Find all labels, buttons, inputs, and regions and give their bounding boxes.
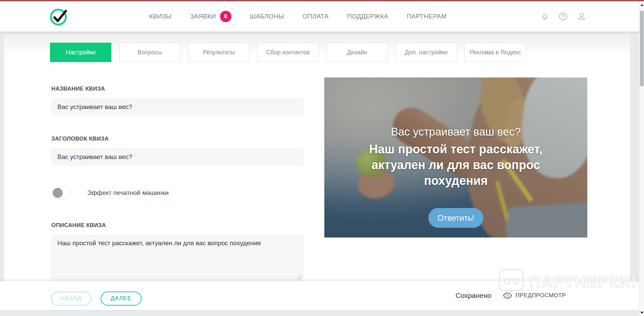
bottom-strip: [0, 310, 639, 316]
user-icon[interactable]: [577, 12, 586, 21]
typewriter-toggle-label: Эффект печатной машинки: [87, 189, 169, 197]
typewriter-toggle-row: Эффект печатной машинки: [51, 187, 304, 199]
quiz-description-textarea[interactable]: Наш простой тест расскажет, актуален ли …: [51, 235, 304, 282]
main-area: Настройки Вопросы Результаты Сбор контак…: [0, 32, 639, 316]
nav-label: ПОДДЕРЖКА: [347, 13, 388, 20]
preview-quiz-title: Вас устраивает ваш вес?: [324, 125, 587, 138]
nav-item-leads[interactable]: ЗАЯВКИ 0: [190, 11, 231, 22]
preview-link[interactable]: ПРЕДПРОСМОТР: [503, 292, 566, 299]
tab-results[interactable]: Результаты: [188, 43, 250, 62]
window-top-line: [0, 0, 644, 1]
app-logo-icon[interactable]: [49, 7, 68, 26]
nav-item-partners[interactable]: ПАРТНЕРАМ: [407, 13, 447, 20]
back-button[interactable]: НАЗАД: [51, 292, 91, 306]
quiz-title-label: ЗАГОЛОВОК КВИЗА: [51, 136, 304, 142]
nav-item-templates[interactable]: ШАБЛОНЫ: [250, 13, 284, 20]
preview-link-label: ПРЕДПРОСМОТР: [516, 292, 566, 299]
settings-form: НАЗВАНИЕ КВИЗА ЗАГОЛОВОК КВИЗА Эффект пе…: [51, 86, 304, 282]
nav-item-quizzes[interactable]: КВИЗЫ: [149, 13, 172, 20]
quiz-builder-page: КВИЗЫ ЗАЯВКИ 0 ШАБЛОНЫ ОПЛАТА ПОДДЕРЖКА …: [0, 0, 644, 316]
quiz-title-input[interactable]: [51, 148, 304, 166]
eye-icon: [503, 293, 512, 299]
nav-label: ОПЛАТА: [303, 13, 329, 20]
nav-label: КВИЗЫ: [149, 13, 172, 20]
nav-label: ПАРТНЕРАМ: [407, 13, 447, 20]
leads-count-badge: 0: [220, 11, 231, 22]
quiz-preview-card: Вас устраивает ваш вес? Наш простой тест…: [324, 77, 587, 238]
content-sheet: Настройки Вопросы Результаты Сбор контак…: [4, 32, 630, 281]
nav-item-support[interactable]: ПОДДЕРЖКА: [347, 13, 388, 20]
tab-yandex-ads[interactable]: Реклама в Яндекс: [465, 43, 526, 62]
preview-answer-button[interactable]: Ответить!: [428, 208, 483, 228]
quiz-name-input[interactable]: [51, 98, 304, 116]
scrollbar-up-arrow-icon[interactable]: [640, 4, 644, 6]
preview-text-block: Вас устраивает ваш вес? Наш простой тест…: [324, 125, 587, 189]
toggle-knob: [53, 188, 63, 198]
quiz-name-label: НАЗВАНИЕ КВИЗА: [51, 86, 304, 92]
scrollbar-thumb[interactable]: [640, 11, 644, 86]
bell-icon[interactable]: [540, 12, 549, 21]
nav-item-payment[interactable]: ОПЛАТА: [303, 13, 329, 20]
quiz-description-label: ОПИСАНИЕ КВИЗА: [51, 222, 304, 228]
preview-quiz-subtitle: Наш простой тест расскажет, актуален ли …: [359, 142, 553, 189]
footer-bar: НАЗАД ДАЛЕЕ Сохранено ПРЕДПРОСМОТР: [0, 281, 639, 310]
tab-extra-settings[interactable]: Доп. настройки: [395, 43, 457, 62]
tab-contacts[interactable]: Сбор контактов: [257, 43, 319, 62]
scrollbar-down-arrow-icon[interactable]: [640, 312, 644, 314]
tab-bar: Настройки Вопросы Результаты Сбор контак…: [50, 43, 526, 62]
nav-label: ШАБЛОНЫ: [250, 13, 284, 20]
tab-design[interactable]: Дизайн: [326, 43, 388, 62]
next-button[interactable]: ДАЛЕЕ: [101, 292, 142, 306]
typewriter-toggle[interactable]: [51, 187, 72, 199]
saved-status: Сохранено: [455, 292, 491, 300]
nav-label: ЗАЯВКИ: [190, 13, 216, 20]
help-icon[interactable]: [558, 12, 568, 21]
main-nav: КВИЗЫ ЗАЯВКИ 0 ШАБЛОНЫ ОПЛАТА ПОДДЕРЖКА …: [149, 1, 447, 32]
header-icons: [540, 1, 586, 32]
vertical-scrollbar[interactable]: [639, 1, 644, 316]
tab-questions[interactable]: Вопросы: [119, 43, 180, 62]
tab-settings[interactable]: Настройки: [50, 43, 111, 62]
resize-grip-icon[interactable]: [298, 276, 302, 280]
description-textarea-wrap: Наш простой тест расскажет, актуален ли …: [51, 235, 304, 282]
header: КВИЗЫ ЗАЯВКИ 0 ШАБЛОНЫ ОПЛАТА ПОДДЕРЖКА …: [0, 1, 639, 32]
